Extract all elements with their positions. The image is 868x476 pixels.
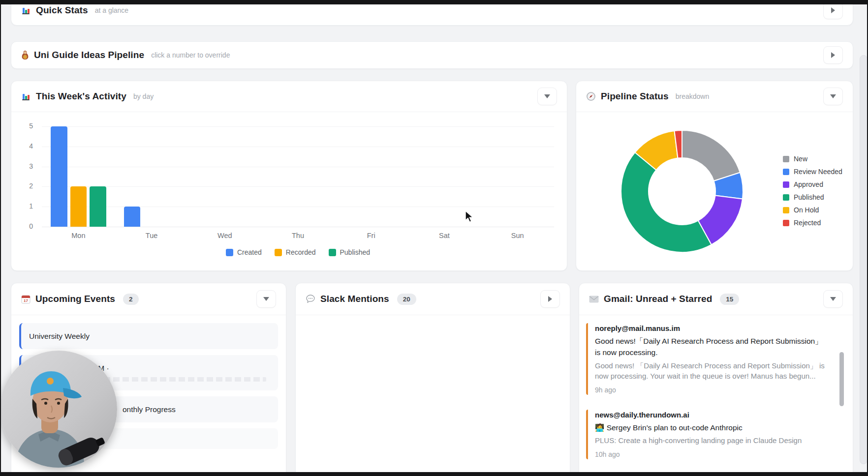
legend-label: Published (794, 193, 824, 201)
y-axis-tick: 5 (13, 122, 33, 130)
legend-label: Rejected (794, 219, 821, 227)
y-axis-tick: 1 (13, 202, 33, 210)
legend-item-review-needed[interactable]: Review Needed (783, 168, 842, 176)
legend-label: Approved (794, 180, 823, 188)
panel-title: This Week's Activity (36, 91, 126, 102)
bar-recorded-mon[interactable] (70, 186, 87, 227)
expand-button[interactable] (823, 46, 843, 64)
webcam-overlay[interactable] (0, 351, 117, 468)
dropdown-button[interactable] (256, 290, 276, 308)
svg-text:17: 17 (24, 298, 28, 303)
legend-swatch (783, 194, 789, 201)
play-icon (831, 52, 835, 58)
dropdown-button[interactable] (823, 88, 843, 105)
slack-mentions-panel: Slack Mentions 20 (295, 283, 570, 476)
event-list-item[interactable]: University Weekly (19, 323, 278, 349)
play-icon (548, 296, 552, 302)
panel-title: Pipeline Status (601, 91, 669, 102)
x-axis-tick: Mon (42, 232, 115, 239)
uni-guide-pipeline-panel: Uni Guide Ideas Pipeline click a number … (11, 41, 853, 69)
legend-label: Recorded (286, 248, 316, 256)
y-axis-tick: 0 (13, 222, 33, 230)
email-snippet: Good news! 「Daily AI Research Process an… (595, 360, 825, 382)
email-sender: news@daily.therundown.ai (595, 411, 825, 419)
legend-label: New (794, 155, 807, 163)
donut-slice-new[interactable] (682, 130, 740, 181)
chevron-down-icon (544, 94, 550, 98)
speech-bubble-icon (306, 294, 315, 304)
y-axis-tick: 2 (13, 182, 33, 190)
bar-created-tue[interactable] (124, 207, 141, 227)
legend-label: Review Needed (794, 168, 842, 176)
email-sender: noreply@mail.manus.im (595, 324, 825, 332)
count-badge: 20 (397, 294, 416, 305)
envelope-icon (589, 296, 599, 303)
page-scrollbar[interactable] (860, 55, 868, 464)
pipeline-donut-chart (619, 128, 745, 254)
webcam-video (0, 351, 117, 468)
chevron-down-icon (830, 94, 836, 98)
event-label: University Weekly (29, 332, 271, 341)
legend-item-new[interactable]: New (783, 155, 842, 163)
bar-chart-legend: CreatedRecordedPublished (42, 248, 554, 256)
panel-subtitle: click a number to override (151, 51, 230, 59)
email-list-item[interactable]: noreply@mail.manus.imGood news!「Daily AI… (586, 323, 843, 395)
legend-swatch (783, 169, 789, 175)
gridline (42, 207, 554, 207)
email-snippet: PLUS: Create a high-converting landing p… (595, 435, 825, 446)
email-timestamp: 10h ago (595, 450, 825, 458)
email-list-item[interactable]: news@daily.therundown.ai🧑‍💻 Sergey Brin'… (586, 410, 843, 459)
expand-button[interactable] (540, 290, 560, 308)
y-axis-tick: 4 (13, 142, 33, 150)
legend-item-on-hold[interactable]: On Hold (783, 206, 842, 214)
bar-chart-plot (42, 126, 554, 227)
legend-item-recorded[interactable]: Recorded (275, 248, 316, 256)
legend-swatch (275, 249, 282, 256)
legend-label: Created (237, 248, 262, 256)
y-axis-tick: 3 (13, 162, 33, 170)
x-axis-tick: Fri (335, 232, 408, 239)
gridline (42, 227, 554, 227)
chevron-down-icon (830, 297, 836, 301)
legend-item-published[interactable]: Published (783, 193, 842, 201)
compass-icon (586, 91, 596, 101)
bar-chart-icon (21, 5, 31, 15)
gridline (42, 126, 554, 127)
x-axis-tick: Thu (261, 232, 335, 239)
dropdown-button[interactable] (823, 290, 843, 308)
x-axis-tick: Wed (188, 232, 261, 239)
bar-created-mon[interactable] (51, 126, 67, 227)
email-subject: Good news!「Daily AI Research Process and… (595, 335, 825, 358)
legend-item-rejected[interactable]: Rejected (783, 219, 842, 227)
pipeline-legend: NewReview NeededApprovedPublishedOn Hold… (783, 155, 842, 227)
panel-title: Gmail: Unread + Starred (604, 294, 712, 304)
gmail-panel: Gmail: Unread + Starred 15 noreply@mail.… (579, 283, 853, 476)
panel-subtitle: at a glance (95, 6, 129, 14)
count-badge: 15 (720, 294, 739, 305)
legend-swatch (226, 249, 233, 256)
gridline (42, 147, 554, 147)
x-axis-tick: Sun (481, 232, 554, 239)
email-list-scrollbar[interactable] (839, 352, 844, 406)
panel-title: Slack Mentions (320, 294, 389, 304)
legend-item-created[interactable]: Created (226, 248, 262, 256)
legend-swatch (783, 156, 789, 162)
dropdown-button[interactable] (537, 88, 557, 105)
email-subject: 🧑‍💻 Sergey Brin's plan to out-code Anthr… (595, 422, 825, 433)
panel-title: Uni Guide Ideas Pipeline (34, 50, 144, 60)
bar-chart-icon (21, 91, 31, 101)
email-list: noreply@mail.manus.imGood news!「Daily AI… (579, 315, 853, 459)
legend-label: Published (340, 248, 371, 256)
bar-published-mon[interactable] (90, 186, 106, 227)
legend-item-approved[interactable]: Approved (783, 180, 842, 188)
panel-title: Upcoming Events (35, 294, 115, 304)
legend-swatch (783, 220, 789, 226)
play-icon (831, 7, 835, 13)
donut-slice-published[interactable] (621, 152, 712, 252)
event-label: onthly Progress (123, 405, 271, 414)
legend-item-published[interactable]: Published (329, 248, 371, 256)
x-axis-tick: Sat (408, 232, 481, 239)
weekly-activity-panel: This Week's Activity by day 012345 MonTu… (11, 81, 567, 271)
legend-label: On Hold (794, 206, 819, 214)
legend-swatch (783, 207, 789, 213)
